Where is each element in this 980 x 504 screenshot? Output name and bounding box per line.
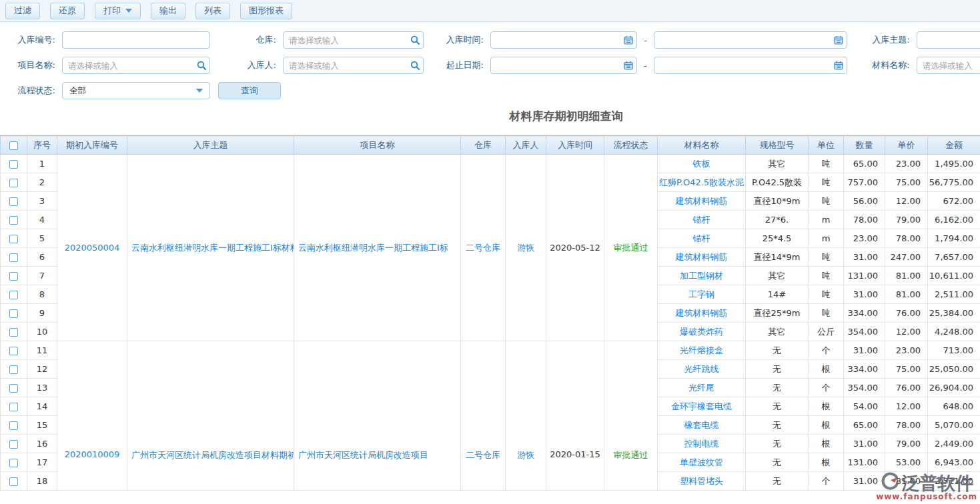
column-header: 仓库 (461, 136, 506, 155)
inbound-time-end-input[interactable] (654, 31, 847, 49)
search-icon[interactable] (410, 61, 420, 70)
unit-price-value: 12.00 (885, 192, 928, 211)
amount-value: 1,794.00 (928, 229, 980, 248)
toolbar-button-4[interactable]: 输出 (151, 3, 185, 19)
quantity-value: 78.00 (844, 211, 885, 229)
toolbar-button-6[interactable]: 图形报表 (240, 3, 292, 19)
subject-input[interactable] (917, 31, 980, 49)
inbound-subject-link[interactable]: 广州市天河区统计局机房改造项目材料期初 (127, 341, 294, 491)
row-checkbox[interactable] (9, 272, 18, 281)
material-name-link[interactable]: 铁板 (658, 155, 746, 173)
row-checkbox[interactable] (9, 160, 18, 169)
quantity-value: 56.00 (844, 192, 885, 211)
warehouse-link[interactable]: 二号仓库 (461, 155, 506, 341)
material-name-link[interactable]: 爆破类炸药 (658, 323, 746, 341)
inbound-subject-link[interactable]: 云南水利枢纽潜明水库一期工程施工I标材料 (127, 155, 294, 341)
calendar-icon[interactable] (624, 35, 633, 45)
material-name-link[interactable]: 建筑材料钢筋 (658, 248, 746, 267)
row-index: 16 (27, 435, 57, 453)
column-header: 单价 (885, 136, 928, 155)
row-index: 2 (27, 173, 57, 192)
toolbar-button-2[interactable]: 还原 (50, 3, 85, 19)
material-name-link[interactable]: 锚杆 (658, 229, 746, 248)
search-icon[interactable] (410, 35, 420, 45)
material-name-link[interactable]: 建筑材料钢筋 (658, 192, 746, 211)
quantity-value: 334.00 (844, 304, 885, 323)
material-name-link[interactable]: 光纤跳线 (658, 360, 746, 379)
material-name-link[interactable]: 锚杆 (658, 211, 746, 229)
inbound-no-input[interactable] (62, 31, 210, 49)
spec-value: 27*6. (746, 211, 809, 229)
row-checkbox[interactable] (9, 365, 18, 374)
material-name-link[interactable]: 光纤尾 (658, 379, 746, 397)
row-checkbox-cell (1, 155, 27, 173)
calendar-icon[interactable] (834, 35, 843, 45)
row-checkbox[interactable] (9, 309, 18, 318)
warehouse-input[interactable] (283, 31, 424, 49)
row-checkbox[interactable] (9, 253, 18, 262)
date-range-end-input[interactable] (654, 57, 847, 74)
inbound-code-link[interactable]: 2020010009 (57, 341, 127, 491)
inbound-person-input[interactable] (283, 57, 424, 74)
material-name-link[interactable]: 橡套电缆 (658, 416, 746, 435)
project-name-link[interactable]: 云南水利枢纽潜明水库一期工程施工I标 (294, 155, 461, 341)
project-input[interactable] (62, 57, 210, 74)
row-checkbox[interactable] (9, 384, 18, 393)
status-select[interactable]: 全部 (62, 82, 210, 99)
inbound-code-link[interactable]: 2020050004 (57, 155, 127, 341)
toolbar-button-1[interactable]: 过滤 (5, 3, 40, 19)
project-name-link[interactable]: 广州市天河区统计局机房改造项目 (294, 341, 461, 491)
amount-value: 713.00 (928, 341, 980, 360)
material-name-link[interactable]: 红狮P.O42.5散装水泥 (658, 173, 746, 192)
unit-value: 根 (809, 360, 844, 379)
row-checkbox[interactable] (9, 197, 18, 206)
select-all-checkbox[interactable] (9, 141, 18, 150)
material-name-link[interactable]: 金环宇橡套电缆 (658, 397, 746, 416)
row-checkbox[interactable] (9, 403, 18, 411)
results-table: 序号期初入库编号入库主题项目名称仓库入库人入库时间流程状态材料名称规格型号单位数… (0, 135, 980, 491)
amount-value: 7,657.00 (928, 248, 980, 267)
amount-value: 5,070.00 (928, 416, 980, 435)
row-checkbox[interactable] (9, 235, 18, 243)
column-header: 序号 (27, 136, 57, 155)
row-checkbox[interactable] (9, 179, 18, 187)
material-name-link[interactable]: 塑料管堵头 (658, 472, 746, 491)
toolbar-button-3[interactable]: 打印 (95, 3, 141, 19)
row-checkbox[interactable] (9, 328, 18, 337)
inbound-person-link[interactable]: 游恢 (506, 155, 546, 341)
row-checkbox-cell (1, 341, 27, 360)
status-badge: 审批通过 (604, 341, 658, 491)
unit-price-value: 12.00 (885, 323, 928, 341)
toolbar-button-5[interactable]: 列表 (195, 3, 230, 19)
row-checkbox[interactable] (9, 459, 18, 467)
unit-price-value: 81.00 (885, 285, 928, 304)
material-name-link[interactable]: 单壁波纹管 (658, 453, 746, 472)
material-name-link[interactable]: 工字钢 (658, 285, 746, 304)
material-name-link[interactable]: 建筑材料钢筋 (658, 304, 746, 323)
calendar-icon[interactable] (624, 61, 633, 70)
row-checkbox[interactable] (9, 421, 18, 430)
inbound-person-link[interactable]: 游恢 (506, 341, 546, 491)
calendar-icon[interactable] (834, 61, 843, 70)
material-name-link[interactable]: 光纤熔接盒 (658, 341, 746, 360)
material-name-link[interactable]: 加工型钢材 (658, 267, 746, 285)
unit-price-value: 81.00 (885, 472, 928, 491)
warehouse-link[interactable]: 二号仓库 (461, 341, 506, 491)
row-index: 12 (27, 360, 57, 379)
spec-value: 直径10*9m (746, 192, 809, 211)
row-checkbox[interactable] (9, 291, 18, 299)
material-name-link[interactable]: 控制电缆 (658, 435, 746, 453)
search-icon[interactable] (197, 61, 206, 70)
row-checkbox[interactable] (9, 477, 18, 486)
spec-value: 无 (746, 472, 809, 491)
unit-value: 吨 (809, 267, 844, 285)
unit-price-value: 81.00 (885, 267, 928, 285)
material-name-input[interactable] (917, 57, 980, 74)
row-checkbox[interactable] (9, 216, 18, 225)
date-range-start-input[interactable] (490, 57, 637, 74)
unit-price-value: 76.00 (885, 379, 928, 397)
query-button[interactable]: 查询 (218, 82, 281, 99)
inbound-time-start-input[interactable] (490, 31, 637, 49)
row-checkbox[interactable] (9, 440, 18, 449)
row-checkbox[interactable] (9, 347, 18, 355)
